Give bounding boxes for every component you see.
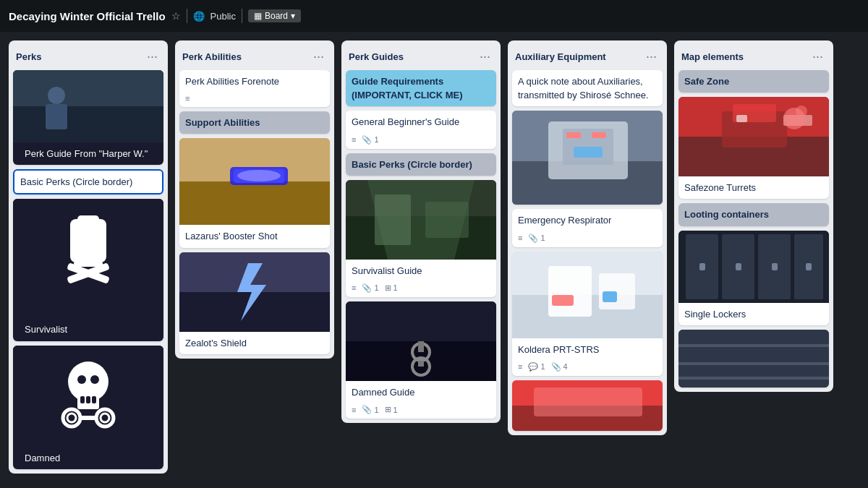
card-perk-guide-harper[interactable]: Perk Guide From "Harper W." xyxy=(13,70,163,165)
card-content: General Beginner's Guide xyxy=(346,111,496,133)
card-title: Lazarus' Booster Shot xyxy=(185,231,278,241)
card-title: Looting containers xyxy=(684,209,769,220)
card-desc-icon: ≡ xyxy=(352,283,356,292)
board-count: 1 xyxy=(393,283,398,292)
card-basic-perks-circle-2[interactable]: Basic Perks (Circle border) xyxy=(346,153,496,176)
column-perk-guides-menu[interactable]: ··· xyxy=(477,48,493,66)
card-auxiliary-top-img[interactable] xyxy=(512,111,663,205)
svg-rect-1 xyxy=(13,106,163,142)
card-koldera-bottom[interactable] xyxy=(512,380,663,431)
card-damned[interactable]: Damned xyxy=(13,346,163,469)
card-title: Safezone Turrets xyxy=(684,182,756,193)
svg-point-19 xyxy=(101,414,109,422)
card-content: Looting containers xyxy=(678,203,829,226)
card-damned-guide[interactable]: Damned Guide ≡ 📎 1 ⊞ 1 xyxy=(346,301,496,419)
svg-point-9 xyxy=(68,361,109,402)
card-title: Damned xyxy=(19,448,66,468)
column-perks-title: Perks xyxy=(16,51,41,62)
column-perk-guides-cards: Guide Requirements (IMPORTANT, CLICK ME)… xyxy=(341,70,501,423)
card-last[interactable] xyxy=(678,330,829,388)
attachment-icon: 📎 xyxy=(362,135,372,145)
card-koldera[interactable]: Koldera PRT-STRS ≡ 💬 1 📎 4 xyxy=(512,252,663,376)
card-image xyxy=(512,111,663,205)
column-auxiliary-cards: A quick note about Auxiliaries, transmit… xyxy=(508,70,667,435)
svg-rect-40 xyxy=(418,361,424,367)
svg-point-17 xyxy=(67,414,76,422)
koldera-bottom-scene xyxy=(512,380,663,431)
column-perk-abilities-header: Perk Abilities ··· xyxy=(175,40,334,70)
card-attachment-meta: 📎 4 xyxy=(551,362,568,372)
svg-rect-20 xyxy=(80,416,96,420)
svg-point-12 xyxy=(90,375,99,384)
svg-rect-50 xyxy=(548,266,592,317)
svg-point-11 xyxy=(77,375,86,384)
card-content: Damned Guide xyxy=(346,381,496,403)
card-emergency-respirator[interactable]: Emergency Respirator ≡ 📎 1 xyxy=(512,209,663,247)
star-icon[interactable]: ☆ xyxy=(171,10,181,22)
card-content: Guide Requirements (IMPORTANT, CLICK ME) xyxy=(346,70,496,106)
card-title: Survivalist xyxy=(19,320,73,339)
card-survivalist-guide[interactable]: Survivalist Guide ≡ 📎 1 ⊞ 1 xyxy=(346,180,496,297)
card-perk-abilities-forenote[interactable]: Perk Abilities Forenote ≡ xyxy=(179,70,330,107)
column-perk-abilities-menu[interactable]: ··· xyxy=(310,48,327,66)
card-attachment-meta: 📎 1 xyxy=(528,234,545,243)
card-content: Perk Guide From "Harper W." xyxy=(13,142,163,165)
card-comment-meta: 💬 1 xyxy=(528,362,545,372)
column-perks-header: Perks ··· xyxy=(9,40,168,70)
card-safe-zone[interactable]: Safe Zone xyxy=(678,70,829,93)
card-attachment-meta: 📎 1 xyxy=(362,405,378,414)
card-safezone-turrets[interactable]: Safezone Turrets xyxy=(678,97,829,199)
column-perks: Perks ··· Perk Guide From "Harper W." xyxy=(9,40,168,474)
card-survivalist[interactable]: Survivalist xyxy=(13,199,163,341)
column-auxiliary-menu[interactable]: ··· xyxy=(643,48,660,66)
lockers-scene xyxy=(678,231,829,303)
card-board-meta: ⊞ 1 xyxy=(385,283,398,293)
card-auxiliaries-note[interactable]: A quick note about Auxiliaries, transmit… xyxy=(512,70,663,106)
attachment-icon: 📎 xyxy=(528,234,538,243)
attachment-icon: 📎 xyxy=(551,362,561,372)
board-dropdown-icon: ▾ xyxy=(291,11,295,21)
card-lazarus[interactable]: Lazarus' Booster Shot xyxy=(179,138,330,247)
column-perk-guides: Perk Guides ··· Guide Requirements (IMPO… xyxy=(341,40,501,423)
card-looting-containers[interactable]: Looting containers xyxy=(678,203,829,226)
card-title: Survivalist Guide xyxy=(352,265,422,276)
column-perk-guides-title: Perk Guides xyxy=(349,51,404,62)
card-zealot[interactable]: Zealot's Shield xyxy=(179,252,330,354)
card-title: Perk Abilities Forenote xyxy=(185,76,279,87)
card-title: Basic Perks (Circle border) xyxy=(20,176,132,187)
card-content: Emergency Respirator xyxy=(512,209,663,231)
card-support-abilities[interactable]: Support Abilities xyxy=(179,111,330,134)
column-auxiliary-title: Auxiliary Equipment xyxy=(515,51,606,62)
svg-point-2 xyxy=(48,87,65,104)
svg-rect-46 xyxy=(592,132,606,138)
card-content: Safezone Turrets xyxy=(678,176,829,199)
svg-rect-15 xyxy=(92,396,96,403)
svg-rect-73 xyxy=(806,263,812,270)
card-general-beginners[interactable]: General Beginner's Guide ≡ 📎 1 xyxy=(346,111,496,148)
card-title: Perk Guide From "Harper W." xyxy=(19,144,153,163)
comment-icon: 💬 xyxy=(528,362,538,372)
board-label: Board xyxy=(265,11,288,21)
card-guide-requirements[interactable]: Guide Requirements (IMPORTANT, CLICK ME) xyxy=(346,70,496,106)
card-image xyxy=(346,301,496,381)
card-content: Survivalist xyxy=(13,318,163,341)
visibility-label: Public xyxy=(210,11,236,22)
svg-rect-77 xyxy=(678,377,829,380)
board-icon: ▦ xyxy=(254,11,262,21)
board-view-button[interactable]: ▦ Board ▾ xyxy=(248,9,301,22)
svg-rect-22 xyxy=(179,181,330,225)
svg-rect-75 xyxy=(678,344,829,347)
attachment-count: 1 xyxy=(374,135,378,144)
card-content: Zealot's Shield xyxy=(179,332,330,354)
svg-rect-45 xyxy=(566,132,581,138)
card-image xyxy=(678,231,829,303)
card-single-lockers[interactable]: Single Lockers xyxy=(678,231,829,325)
card-desc-icon: ≡ xyxy=(518,362,522,371)
column-perks-menu[interactable]: ··· xyxy=(144,48,161,66)
svg-rect-64 xyxy=(736,115,747,122)
guide-basic-scene xyxy=(346,180,496,260)
column-map-elements-menu[interactable]: ··· xyxy=(809,48,826,66)
card-title: Single Lockers xyxy=(684,309,746,320)
card-basic-perks[interactable]: Basic Perks (Circle border) xyxy=(13,169,163,194)
card-footer: ≡ 📎 1 ⊞ 1 xyxy=(346,282,496,297)
